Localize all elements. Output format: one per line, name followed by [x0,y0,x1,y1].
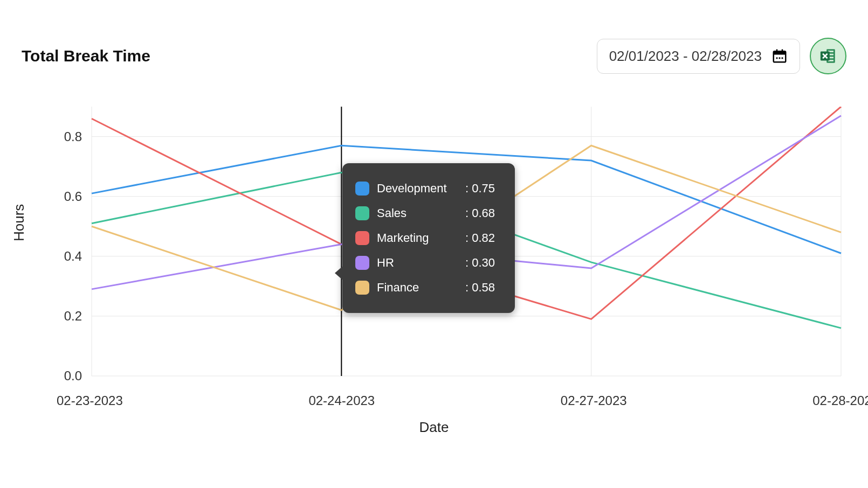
date-range-text: 02/01/2023 - 02/28/2023 [609,48,762,65]
export-excel-button[interactable] [810,38,846,74]
tooltip-swatch [355,182,369,196]
tooltip-value: 0.82 [465,231,495,245]
calendar-icon [771,48,788,64]
svg-rect-2 [776,50,778,53]
tooltip-swatch [355,231,369,245]
chart-tooltip: Development0.75Sales0.68Marketing0.82HR0… [342,163,515,313]
tooltip-label: HR [377,256,458,270]
svg-rect-3 [782,50,783,53]
svg-point-5 [779,57,780,59]
svg-text:0.8: 0.8 [64,129,82,144]
tooltip-value: 0.30 [465,256,495,270]
svg-text:0.2: 0.2 [64,309,82,323]
tooltip-row: Sales0.68 [355,201,500,226]
page-title: Total Break Time [22,47,150,65]
tooltip-label: Sales [377,206,458,220]
tooltip-row: Marketing0.82 [355,226,500,250]
tooltip-swatch [355,281,369,295]
tooltip-value: 0.75 [465,182,495,196]
tooltip-row: Development0.75 [355,176,500,201]
tooltip-swatch [355,256,369,270]
svg-text:0.4: 0.4 [64,249,82,263]
tooltip-label: Development [377,182,458,196]
svg-text:0.0: 0.0 [64,368,82,383]
x-axis-ticks: 02-23-202302-24-202302-27-202302-28-2023 [89,393,846,408]
svg-rect-1 [774,51,786,54]
x-axis-label: Date [22,419,846,436]
excel-icon [819,47,837,65]
x-tick: 02-24-2023 [308,393,375,408]
tooltip-swatch [355,206,369,220]
svg-point-4 [776,57,777,59]
tooltip-label: Marketing [377,231,458,245]
tooltip-row: HR0.30 [355,250,500,275]
x-tick: 02-23-2023 [57,393,123,408]
tooltip-label: Finance [377,281,458,295]
y-axis-label: Hours [11,204,27,241]
x-tick: 02-27-2023 [561,393,627,408]
date-range-picker[interactable]: 02/01/2023 - 02/28/2023 [597,39,800,74]
x-tick: 02-28-2023 [812,393,868,408]
tooltip-row: Finance0.58 [355,275,500,300]
tooltip-value: 0.58 [465,281,495,295]
tooltip-value: 0.68 [465,206,495,220]
svg-point-6 [781,57,783,59]
chart-area[interactable]: Hours 0.00.20.40.60.8 02-23-202302-24-20… [22,107,846,436]
svg-text:0.6: 0.6 [64,189,82,204]
